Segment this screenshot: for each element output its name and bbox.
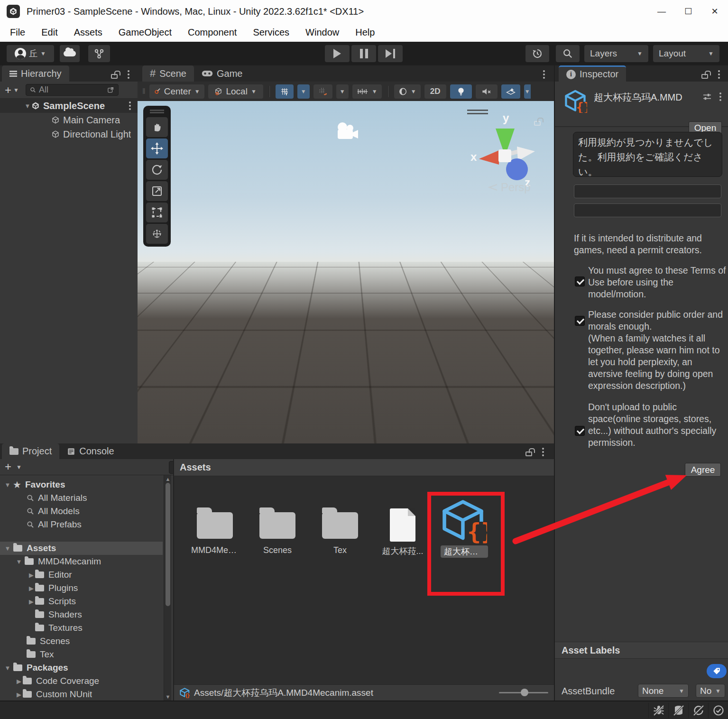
kebab-menu-icon[interactable] [536, 445, 550, 459]
camera-gizmo-icon[interactable] [336, 121, 360, 142]
tree-item-all-models[interactable]: All Models [0, 505, 163, 518]
menu-help[interactable]: Help [347, 23, 383, 42]
scene-lighting-button[interactable] [450, 84, 472, 99]
create-asset-caret-icon[interactable]: ▼ [16, 464, 22, 470]
maximize-icon[interactable]: ☐ [675, 0, 701, 23]
hierarchy-search-input[interactable]: All [26, 84, 119, 96]
layout-dropdown[interactable]: Layout▼ [653, 45, 719, 62]
terms-field-2[interactable] [574, 203, 721, 217]
tree-item-plugins[interactable]: ▶ Plugins [0, 581, 163, 595]
cloud-button[interactable] [60, 45, 80, 62]
tree-item-assets[interactable]: ▼ Assets [0, 542, 163, 555]
asset-item-scenes-folder[interactable]: Scenes [254, 512, 301, 555]
tab-console[interactable]: Console [59, 443, 121, 459]
grid-breadcrumb[interactable]: Assets [174, 459, 554, 476]
grid-visibility-button[interactable]: Y [276, 84, 294, 99]
kebab-menu-icon[interactable] [713, 90, 728, 104]
scrollbar-thumb[interactable] [166, 483, 170, 606]
effects-options-caret[interactable]: ▼ [524, 84, 531, 99]
scene-audio-button[interactable] [476, 84, 498, 99]
step-button[interactable] [378, 45, 403, 62]
kebab-menu-icon[interactable] [537, 67, 551, 82]
pause-button[interactable] [351, 45, 376, 62]
tree-item-all-prefabs[interactable]: All Prefabs [0, 518, 163, 531]
tab-inspector[interactable]: i Inspector [559, 65, 626, 82]
thumbnail-size-slider[interactable] [499, 692, 548, 693]
add-object-caret-icon[interactable]: ▼ [13, 87, 19, 93]
tree-item-all-materials[interactable]: All Materials [0, 491, 163, 505]
snap-grid-button[interactable] [313, 84, 332, 99]
scroll-down-icon[interactable]: ▼ [164, 694, 172, 700]
tab-hierarchy[interactable]: Hierarchy [2, 65, 69, 82]
cache-disabled-button[interactable] [668, 703, 688, 718]
kebab-menu-icon[interactable] [121, 67, 136, 82]
minimize-icon[interactable]: — [648, 0, 675, 23]
2d-toggle-button[interactable]: 2D [424, 84, 446, 99]
auto-refresh-disabled-button[interactable] [688, 703, 708, 718]
presets-icon[interactable] [703, 93, 711, 102]
menu-services[interactable]: Services [245, 23, 297, 42]
import-activity-button[interactable] [708, 703, 728, 718]
add-label-button[interactable] [707, 664, 727, 678]
asset-item-tex-folder[interactable]: Tex [316, 512, 364, 555]
assetbundle-dropdown[interactable]: None▼ [638, 684, 689, 698]
create-asset-button[interactable]: + [5, 460, 11, 473]
tree-item-mmd4mecanim[interactable]: ▼ MMD4Mecanim [0, 555, 163, 568]
layers-dropdown[interactable]: Layers▼ [584, 45, 648, 62]
rect-tool-button[interactable] [146, 203, 168, 222]
menu-component[interactable]: Component [180, 23, 245, 42]
orientation-dropdown[interactable]: Local▼ [208, 84, 263, 99]
tree-item-favorites[interactable]: ▼ ★ Favorites [0, 478, 163, 491]
assetbundle-variant-dropdown[interactable]: No▼ [696, 684, 725, 698]
scene-viewport[interactable]: y x z Persp [138, 101, 554, 443]
asset-item-mmd-file[interactable]: 超大杯菈... [379, 508, 426, 557]
tab-game[interactable]: Game [194, 65, 250, 82]
menu-file[interactable]: File [2, 23, 33, 42]
tree-item-packages[interactable]: ▼ Packages [0, 661, 163, 674]
menu-edit[interactable]: Edit [33, 23, 65, 42]
scene-effects-button[interactable] [501, 84, 520, 99]
search-button[interactable] [556, 45, 580, 62]
terms-field-1[interactable] [574, 184, 721, 198]
tree-item-custom-nunit[interactable]: ▶ Custom NUnit [0, 688, 163, 701]
hand-tool-button[interactable] [146, 117, 168, 137]
rotate-tool-button[interactable] [146, 160, 168, 180]
tree-item-tex[interactable]: Tex [0, 648, 163, 661]
scene-row[interactable]: ▼ SampleScene [0, 99, 138, 113]
snap-options-caret[interactable]: ▼ [336, 84, 349, 99]
shading-mode-dropdown[interactable]: ▼ [394, 84, 421, 99]
tree-item-shaders[interactable]: Shaders [0, 608, 163, 621]
pivot-mode-dropdown[interactable]: Center▼ [149, 84, 204, 99]
menu-gameobject[interactable]: GameObject [111, 23, 180, 42]
lock-icon[interactable] [522, 445, 536, 459]
asset-item-mmd4mecanim-folder[interactable]: MMD4Mec... [191, 512, 239, 555]
add-object-button[interactable]: + [5, 83, 11, 97]
perspective-toggle[interactable]: Persp [488, 181, 531, 194]
play-button[interactable] [325, 45, 350, 62]
open-in-window-icon[interactable] [107, 86, 114, 93]
scale-tool-button[interactable] [146, 181, 168, 201]
debugger-disabled-button[interactable] [648, 703, 668, 718]
account-button[interactable]: 丘 ▼ [7, 45, 54, 62]
slider-thumb[interactable] [521, 689, 528, 696]
hierarchy-item-main-camera[interactable]: Main Camera [0, 113, 138, 127]
kebab-menu-icon[interactable] [129, 105, 131, 107]
asset-labels-header[interactable]: Asset Labels [555, 642, 728, 659]
lock-icon[interactable] [698, 67, 712, 82]
undo-history-button[interactable] [525, 45, 549, 62]
menu-assets[interactable]: Assets [66, 23, 111, 42]
grid-options-caret[interactable]: ▼ [297, 84, 310, 99]
tree-scrollbar[interactable]: ▲ ▼ [164, 475, 171, 701]
kebab-menu-icon[interactable] [712, 67, 726, 82]
tree-item-textures[interactable]: Textures [0, 621, 163, 635]
terms-checkbox-2[interactable] [575, 316, 585, 326]
tab-project[interactable]: Project [2, 443, 59, 459]
terms-checkbox-1[interactable] [575, 277, 585, 286]
move-tool-button[interactable] [146, 138, 168, 158]
agree-button[interactable]: Agree [685, 463, 721, 477]
tool-settings-button[interactable]: ▼ [352, 84, 382, 99]
tree-item-code-coverage[interactable]: ▶ Code Coverage [0, 674, 163, 688]
asset-item-mmd4mecanim-asset[interactable]: {} 超大杯菈... [441, 499, 488, 558]
tab-scene[interactable]: # Scene [142, 65, 194, 82]
tree-item-editor[interactable]: ▶ Editor [0, 568, 163, 581]
